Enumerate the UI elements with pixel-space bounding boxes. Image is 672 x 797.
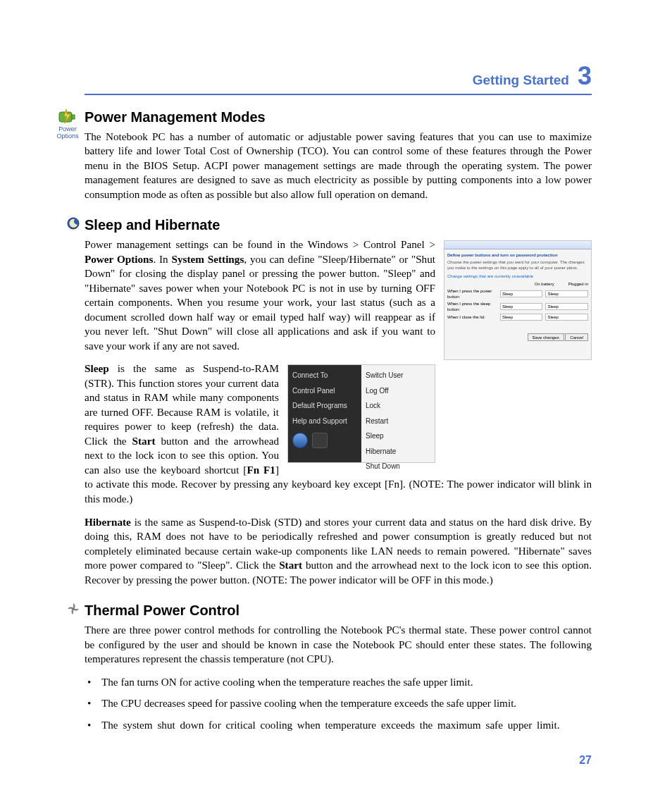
menu-right-item: Switch User: [366, 368, 430, 383]
screenshot-start-menu: Connect To Control Panel Default Program…: [287, 364, 435, 463]
lock-orb-icon: [312, 433, 328, 448]
dialog-select: Sleep: [500, 290, 543, 297]
menu-left-item: Help and Support: [292, 414, 357, 429]
dialog-select: Sleep: [545, 314, 588, 321]
sleep-moon-icon: [66, 217, 80, 230]
section-sleep-hibernate: Sleep and Hibernate Define power buttons…: [85, 216, 592, 587]
screenshot-power-options-dialog: Define power buttons and turn on passwor…: [444, 240, 592, 360]
section-power-management: Power Options Power Management Modes The…: [85, 108, 592, 202]
para-sleep-3: Hibernate is the same as Suspend-to-Disk…: [85, 515, 592, 588]
menu-right-item: Log Off: [366, 383, 430, 399]
page-number: 27: [579, 753, 592, 768]
dialog-select: Sleep: [545, 303, 588, 310]
section-thermal: Thermal Power Control There are three po…: [85, 601, 592, 732]
dialog-save-button: Save changes: [528, 333, 564, 341]
heading-thermal: Thermal Power Control: [85, 601, 592, 620]
chapter-title: Getting Started: [473, 71, 569, 89]
menu-right-item: Restart: [366, 414, 430, 429]
body-power-management: The Notebook PC has a number of automati…: [85, 130, 592, 202]
heading-power-management: Power Management Modes: [85, 108, 592, 127]
dialog-subtitle: Choose the power settings that you want …: [447, 259, 588, 271]
dialog-select: Sleep: [500, 303, 543, 310]
dialog-link: Change settings that are currently unava…: [447, 273, 588, 279]
heading-sleep-hibernate: Sleep and Hibernate: [85, 216, 592, 235]
svg-rect-1: [72, 115, 75, 119]
power-orb-icon: [292, 433, 308, 448]
icon-caption: Power Options: [55, 126, 80, 140]
dialog-title: Define power buttons and turn on passwor…: [447, 252, 588, 258]
thermal-fan-icon: [66, 603, 80, 615]
dialog-col-plugged: Plugged in: [568, 281, 588, 287]
page-content: Getting Started 3 Power Options Power Ma…: [85, 63, 592, 746]
thermal-bullet: The fan turns ON for active cooling when…: [101, 675, 592, 690]
thermal-bullet: The system shut down for critical coolin…: [101, 718, 592, 733]
menu-right-item: Shut Down: [366, 459, 430, 474]
body-thermal: There are three power control methods fo…: [85, 623, 592, 667]
power-options-icon: Power Options: [55, 108, 80, 140]
menu-right-item: Lock: [366, 398, 430, 414]
dialog-row2: When I press the sleep button:: [447, 301, 497, 312]
chapter-header: Getting Started 3: [85, 63, 592, 95]
menu-right-item: Hibernate: [366, 444, 430, 459]
dialog-select: Sleep: [500, 314, 543, 321]
dialog-select: Sleep: [545, 290, 588, 297]
chapter-number: 3: [578, 63, 592, 89]
menu-left-item: Control Panel: [292, 383, 357, 399]
thermal-bullet: The CPU decreases speed for passive cool…: [101, 696, 592, 711]
dialog-col-battery: On battery: [535, 281, 554, 287]
dialog-cancel-button: Cancel: [565, 333, 588, 341]
menu-right-item: Sleep: [366, 428, 430, 444]
menu-left-item: Connect To: [292, 368, 357, 383]
menu-left-item: Default Programs: [292, 398, 357, 414]
dialog-row3: When I close the lid:: [447, 314, 497, 320]
thermal-bullets: The fan turns ON for active cooling when…: [85, 675, 592, 733]
dialog-row1: When I press the power button:: [447, 288, 497, 299]
